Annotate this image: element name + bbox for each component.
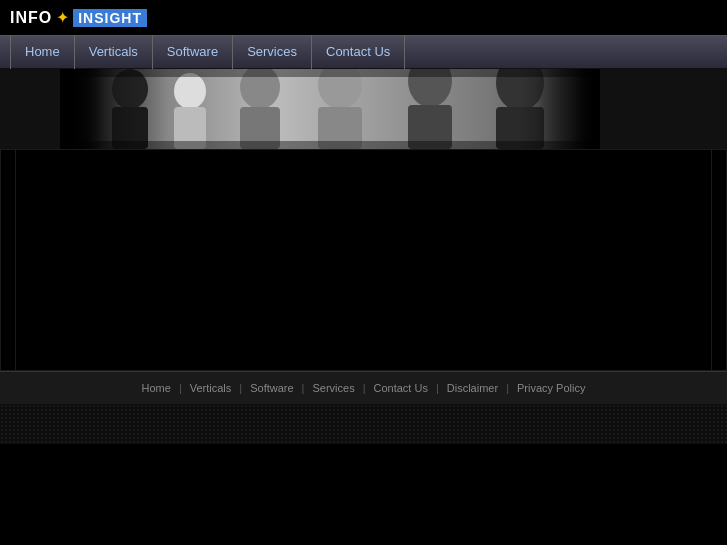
footer-link-disclaimer[interactable]: Disclaimer [439,382,506,394]
nav-item-verticals[interactable]: Verticals [75,35,153,69]
svg-rect-13 [60,69,600,149]
footer: Home | Verticals | Software | Services |… [0,371,727,404]
svg-point-9 [408,69,452,107]
footer-link-verticals[interactable]: Verticals [182,382,240,394]
svg-rect-6 [240,107,280,149]
svg-rect-0 [60,69,600,149]
nav-item-services[interactable]: Services [233,35,312,69]
footer-link-services[interactable]: Services [304,382,362,394]
nav-item-software[interactable]: Software [153,35,233,69]
logo-star-icon: ✦ [56,8,69,27]
footer-link-home[interactable]: Home [134,382,179,394]
header: INFO ✦ INSIGHT [0,0,727,35]
logo: INFO ✦ INSIGHT [10,8,147,27]
svg-rect-4 [174,107,206,149]
main-content [0,149,727,371]
svg-point-5 [240,69,280,109]
footer-link-privacy-policy[interactable]: Privacy Policy [509,382,593,394]
svg-rect-14 [60,69,600,77]
content-wrapper [15,150,712,370]
hero-photo [60,69,600,149]
footer-link-contact-us[interactable]: Contact Us [366,382,436,394]
nav-item-contact-us[interactable]: Contact Us [312,35,405,69]
svg-rect-8 [318,107,362,149]
logo-insight-text: INSIGHT [73,9,147,27]
footer-link-software[interactable]: Software [242,382,301,394]
svg-point-11 [496,69,544,111]
footer-links: Home | Verticals | Software | Services |… [0,382,727,394]
svg-rect-12 [496,107,544,149]
svg-point-7 [318,69,362,109]
navbar: Home Verticals Software Services Contact… [0,35,727,69]
svg-point-1 [112,69,148,109]
logo-info-text: INFO [10,9,52,27]
svg-point-3 [174,73,206,109]
svg-rect-10 [408,105,452,149]
bottom-band [0,404,727,444]
svg-rect-2 [112,107,148,149]
svg-rect-15 [60,141,600,149]
hero-banner [0,69,727,149]
nav-item-home[interactable]: Home [10,35,75,69]
